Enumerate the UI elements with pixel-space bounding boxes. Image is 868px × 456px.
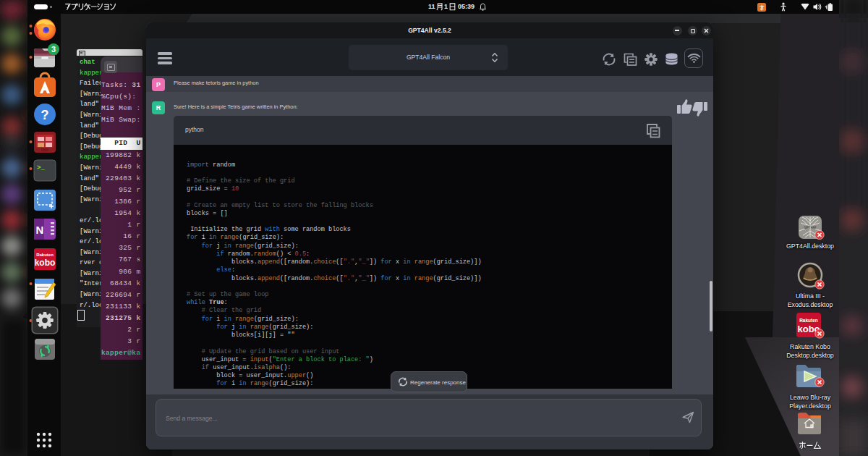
svg-text:N: N (36, 224, 44, 236)
svg-text:3: 3 (51, 45, 56, 54)
svg-text:kobo: kobo (35, 258, 56, 268)
svg-text:Rakuten: Rakuten (36, 253, 54, 257)
svg-text:?: ? (41, 108, 49, 122)
svg-text:GPT4All: GPT4All (804, 226, 817, 229)
svg-text:Rakuten: Rakuten (799, 318, 818, 323)
svg-text:>_: >_ (37, 164, 45, 172)
